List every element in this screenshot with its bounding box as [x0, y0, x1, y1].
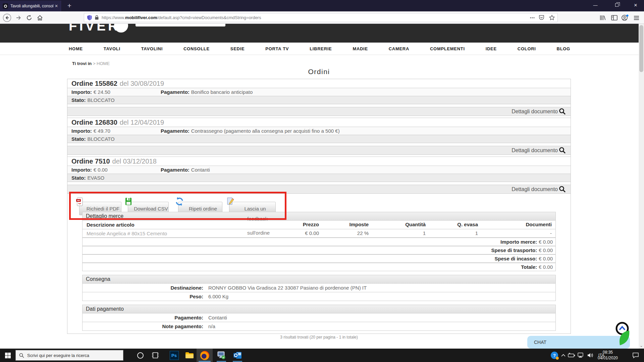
feedback-pencil-icon — [226, 196, 234, 207]
chevron-up-icon — [561, 354, 566, 357]
breadcrumb: Ti trovi in > HOME — [72, 61, 110, 66]
feedback-label-overflow: sull'ordine — [247, 230, 270, 236]
back-icon — [3, 13, 11, 22]
merce-table-header: Descrizione articolo Prezzo Imposte Quan… — [82, 220, 556, 229]
merce-item-row: Mensole Angelica # 80x15 Cemento € 0.00 … — [82, 229, 556, 238]
nav-item-complementi[interactable]: COMPLEMENTI — [430, 46, 465, 51]
firefox-icon — [200, 351, 209, 360]
page-actions-icon[interactable] — [530, 17, 535, 18]
bookmark-star-icon[interactable] — [549, 15, 555, 20]
nav-item-home[interactable]: HOME — [69, 46, 83, 51]
order-details-link[interactable]: Dettagli documento — [67, 146, 571, 155]
order-header: Ordine 155862del 30/08/2019 — [67, 79, 571, 88]
browser-tab[interactable]: Tavoli allungabili, consolle allu ✕ — [0, 1, 61, 11]
cortana-icon — [137, 352, 144, 359]
order-details-link[interactable]: Dettagli documento — [67, 107, 571, 116]
network-tray-button[interactable] — [576, 349, 586, 362]
account-icon — [621, 14, 629, 21]
back-button[interactable] — [3, 13, 11, 22]
firefox-open-indicator — [199, 361, 211, 362]
library-button[interactable] — [598, 13, 607, 22]
reload-button[interactable] — [25, 13, 34, 22]
taskbar-clock[interactable]: 08:35 04/01/2020 — [592, 350, 624, 361]
firefox-button[interactable] — [197, 349, 213, 362]
nav-item-camera[interactable]: CAMERA — [389, 46, 409, 51]
magnifier-icon[interactable] — [559, 108, 566, 115]
nav-item-madie[interactable]: MADIE — [353, 46, 368, 51]
ethernet-icon — [578, 353, 584, 358]
nav-item-sedie[interactable]: SEDIE — [230, 46, 245, 51]
file-explorer-button[interactable] — [182, 349, 197, 362]
task-view-button[interactable] — [148, 349, 162, 362]
repeat-order-icon — [174, 196, 184, 208]
remote-pc-icon — [217, 351, 226, 360]
browser-tab-bar: Tavoli allungabili, consolle allu ✕ + — … — [0, 0, 644, 11]
nav-item-tavoli[interactable]: TAVOLI — [104, 46, 120, 51]
breadcrumb-home-link[interactable]: HOME — [97, 61, 110, 66]
nav-item-tavolini[interactable]: TAVOLINI — [141, 46, 163, 51]
reload-icon — [26, 14, 33, 21]
total-row: Spese di trasporto:€ 0.00 — [82, 246, 556, 254]
sidebar-button[interactable] — [610, 13, 619, 22]
nav-item-porta-tv[interactable]: PORTA TV — [265, 46, 289, 51]
window-restore-button[interactable] — [609, 0, 625, 10]
page-scrollbar[interactable]: ⌄ — [639, 24, 644, 349]
total-row: Importo merce:€ 0.00 — [82, 238, 556, 246]
note-pagamento-row: Note pagamento: n/a — [82, 322, 556, 331]
site-header: FIVER — [0, 24, 639, 43]
start-button[interactable] — [0, 349, 15, 362]
window-minimize-button[interactable]: — — [588, 0, 603, 10]
nav-item-librerie[interactable]: LIBRERIE — [310, 46, 332, 51]
order-header: Ordine 7510del 03/12/2018 — [67, 157, 571, 166]
order-amount-row: Importo:€ 24.50 Pagamento:Bonifico banca… — [67, 88, 571, 96]
pocket-icon[interactable] — [539, 15, 544, 20]
outlook-button[interactable] — [230, 349, 245, 362]
url-bar[interactable]: https://www.mobilifiver.com/default.asp?… — [84, 13, 558, 22]
new-tab-button[interactable]: + — [64, 0, 75, 11]
site-logo[interactable]: FIVER — [69, 24, 120, 34]
screen: Tavoli allungabili, consolle allu ✕ + — … — [0, 0, 644, 362]
total-row: Totale:€ 0.00 — [82, 263, 556, 271]
forward-icon — [15, 14, 22, 21]
nav-item-consolle[interactable]: CONSOLLE — [183, 46, 210, 51]
home-icon — [37, 14, 43, 21]
chat-button[interactable]: CHAT — [527, 336, 630, 349]
page-title: Ordini — [67, 68, 571, 76]
magnifier-icon[interactable] — [559, 186, 566, 193]
order-header: Ordine 126830del 12/04/2019 — [67, 118, 571, 127]
nav-item-blog[interactable]: BLOG — [557, 46, 570, 51]
nav-item-colori[interactable]: COLORI — [518, 46, 536, 51]
peso-row: Peso: 6.000 Kg — [82, 292, 556, 301]
remote-pc-button[interactable] — [214, 349, 229, 362]
nav-item-idee[interactable]: IDEE — [486, 46, 497, 51]
tray-expand-button[interactable] — [559, 349, 568, 362]
tab-title: Tavoli allungabili, consolle allu — [10, 4, 53, 8]
help-tray-button[interactable]: ? — [549, 349, 559, 362]
site-favicon — [3, 3, 8, 9]
order-status-row: Stato:BLOCCATO — [67, 135, 571, 143]
home-button[interactable] — [36, 13, 44, 22]
order-details-link[interactable]: Dettagli documento — [67, 185, 571, 194]
magnifier-icon[interactable] — [559, 147, 566, 154]
scrollbar-down-arrow[interactable]: ⌄ — [639, 343, 644, 348]
pagamento-row: Pagamento: Contanti — [82, 313, 556, 322]
outlook-open-indicator — [233, 361, 242, 362]
cortana-button[interactable] — [133, 349, 148, 362]
consegna-section-header: Consegna — [82, 275, 556, 284]
menu-button[interactable] — [632, 13, 641, 22]
notification-bubble-icon — [632, 352, 639, 358]
account-button[interactable] — [621, 13, 629, 22]
site-search-input[interactable] — [136, 24, 225, 26]
battery-tray-button[interactable] — [567, 349, 576, 362]
tracking-shield-icon[interactable] — [87, 15, 92, 20]
taskbar-search-input[interactable]: Scrivi qui per eseguire la ricerca — [15, 350, 123, 361]
photoshop-button[interactable]: Ps — [167, 349, 181, 362]
results-summary: 3 risultati trovati (20 per pagina - 1 i… — [67, 335, 571, 340]
action-center-button[interactable] — [630, 349, 641, 362]
photoshop-icon: Ps — [170, 351, 179, 360]
scrollbar-thumb[interactable] — [639, 25, 643, 72]
taskbar: Scrivi qui per eseguire la ricerca Ps ? — [0, 349, 644, 362]
forward-button[interactable] — [14, 13, 23, 22]
window-close-button[interactable]: ✕ — [628, 0, 643, 10]
tab-close-icon[interactable]: ✕ — [55, 4, 58, 8]
